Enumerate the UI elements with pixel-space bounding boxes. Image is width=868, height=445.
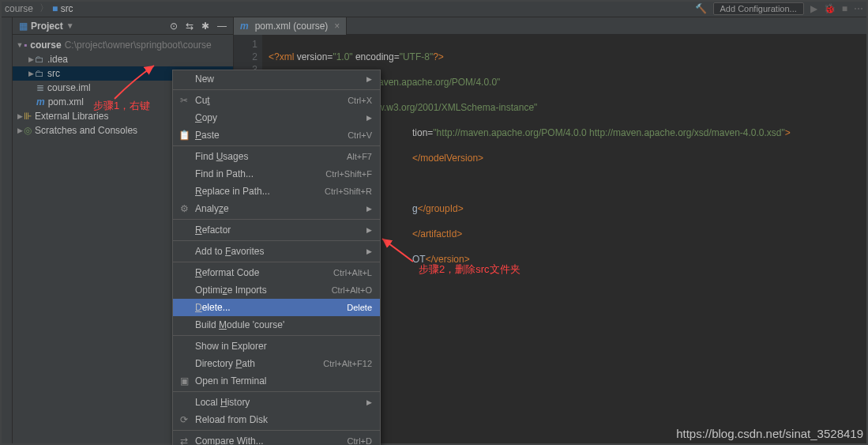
menu-label: Reload from Disk [195, 414, 372, 425]
menu-shortcut: Ctrl+X [348, 96, 372, 105]
project-panel-header[interactable]: ▦ Project ▼ ⊙ ⇆ ✱ — [13, 17, 233, 35]
menu-item[interactable]: ⇄Compare With...Ctrl+D [173, 432, 380, 445]
submenu-icon: ▶ [366, 114, 372, 122]
build-icon[interactable]: 🔨 [695, 3, 707, 14]
menu-label: Find in Path... [195, 168, 325, 179]
breadcrumb-root[interactable]: course [5, 3, 33, 14]
menu-label: Find Usages [195, 151, 347, 162]
collapse-icon[interactable]: ⇆ [186, 21, 194, 32]
tool-sidebar[interactable] [0, 17, 13, 445]
menu-item[interactable]: Add to Favorites▶ [173, 243, 380, 260]
menu-icon: ⟳ [178, 414, 190, 425]
library-icon: ⊪ [24, 111, 32, 122]
annotation-1: 步骤1，右键 [93, 99, 150, 113]
menu-item[interactable]: Find UsagesAlt+F7 [173, 148, 380, 165]
menu-label: Directory Path [195, 358, 323, 369]
menu-item[interactable]: ▣Open in Terminal [173, 372, 380, 390]
menu-label: Copy [195, 112, 362, 123]
submenu-icon: ▶ [366, 398, 372, 406]
locate-icon[interactable]: ⊙ [170, 21, 178, 32]
add-configuration-button[interactable]: Add Configuration... [713, 2, 804, 15]
hide-icon[interactable]: — [217, 21, 227, 32]
panel-title: Project [31, 21, 63, 32]
menu-label: Optimize Imports [195, 285, 332, 296]
stop-icon[interactable]: ■ [842, 3, 847, 14]
menu-label: Cut [195, 95, 348, 106]
menu-item[interactable]: Reformat CodeCtrl+Alt+L [173, 264, 380, 281]
close-icon[interactable]: × [334, 21, 340, 32]
menu-item[interactable]: 📋PasteCtrl+V [173, 126, 380, 144]
more-icon[interactable]: ⋯ [854, 3, 863, 14]
maven-icon: m [240, 21, 249, 32]
menu-label: New [195, 74, 362, 85]
submenu-icon: ▶ [366, 205, 372, 213]
breadcrumb-bar: course 〉 ■ src 🔨 Add Configuration... ▶ … [0, 0, 868, 17]
menu-shortcut: Alt+F7 [347, 152, 372, 161]
menu-label: Local History [195, 397, 362, 408]
breadcrumb-sep: 〉 [39, 2, 49, 15]
menu-item[interactable]: Find in Path...Ctrl+Shift+F [173, 165, 380, 183]
menu-shortcut: Ctrl+Alt+L [333, 268, 372, 277]
menu-icon: ✂ [178, 95, 190, 106]
menu-shortcut: Ctrl+D [348, 436, 372, 445]
menu-label: Open in Terminal [195, 375, 372, 387]
context-menu: New▶✂CutCtrl+XCopy▶📋PasteCtrl+VFind Usag… [172, 70, 381, 445]
maven-icon: m [36, 96, 45, 107]
menu-label: Delete... [195, 302, 347, 313]
menu-item[interactable]: New▶ [173, 70, 380, 88]
panel-dropdown-icon[interactable]: ▼ [66, 21, 74, 30]
tree-root[interactable]: ▼ ▪ course C:\project\owner\springboot\c… [13, 38, 233, 52]
menu-item[interactable]: Local History▶ [173, 394, 380, 411]
menu-label: Build Module 'course' [195, 319, 372, 330]
menu-shortcut: Ctrl+Shift+F [325, 169, 372, 179]
breadcrumb-child[interactable]: ■ src [52, 3, 73, 14]
menu-icon: 📋 [178, 130, 190, 141]
tab-label: pom.xml (course) [255, 21, 329, 32]
menu-item[interactable]: ✂CutCtrl+X [173, 92, 380, 109]
menu-label: Show in Explorer [195, 341, 372, 352]
menu-shortcut: Delete [347, 303, 372, 312]
submenu-icon: ▶ [366, 247, 372, 255]
menu-label: Paste [195, 130, 348, 141]
menu-item[interactable]: ⚙Analyze▶ [173, 200, 380, 217]
submenu-icon: ▶ [366, 226, 372, 234]
folder-icon: 🗀 [35, 68, 44, 79]
menu-item[interactable]: Optimize ImportsCtrl+Alt+O [173, 281, 380, 299]
project-icon: ▦ [19, 21, 28, 32]
menu-icon: ⚙ [178, 203, 190, 214]
scratch-icon: ◎ [24, 125, 32, 136]
menu-label: Refactor [195, 224, 362, 236]
folder-icon: 🗀 [35, 54, 44, 65]
run-icon[interactable]: ▶ [810, 3, 817, 14]
menu-label: Compare With... [195, 436, 348, 445]
menu-label: Replace in Path... [195, 186, 325, 197]
menu-label: Analyze [195, 203, 362, 214]
menu-item[interactable]: Refactor▶ [173, 221, 380, 239]
menu-item[interactable]: Delete...Delete [173, 299, 380, 316]
menu-item[interactable]: Build Module 'course' [173, 316, 380, 334]
menu-shortcut: Ctrl+Alt+O [332, 285, 372, 295]
watermark: https://blog.csdn.net/sinat_3528419 [676, 427, 863, 440]
menu-item[interactable]: ⟳Reload from Disk [173, 411, 380, 428]
menu-shortcut: Ctrl+Shift+R [325, 187, 372, 196]
menu-item[interactable]: Directory PathCtrl+Alt+F12 [173, 355, 380, 372]
settings-icon[interactable]: ✱ [201, 21, 209, 32]
menu-item[interactable]: Replace in Path...Ctrl+Shift+R [173, 183, 380, 200]
menu-item[interactable]: Copy▶ [173, 109, 380, 126]
module-icon: ▪ [24, 40, 27, 51]
tree-idea[interactable]: ▶ 🗀 .idea [13, 52, 233, 66]
menu-item[interactable]: Show in Explorer [173, 338, 380, 355]
menu-shortcut: Ctrl+Alt+F12 [323, 359, 372, 368]
debug-icon[interactable]: 🐞 [824, 3, 836, 14]
menu-icon: ▣ [178, 375, 190, 387]
menu-shortcut: Ctrl+V [348, 130, 372, 140]
editor-tab-bar: m pom.xml (course) × [234, 17, 868, 35]
menu-label: Add to Favorites [195, 246, 362, 257]
editor-tab[interactable]: m pom.xml (course) × [234, 17, 347, 35]
submenu-icon: ▶ [366, 75, 372, 83]
menu-icon: ⇄ [178, 436, 190, 445]
menu-label: Reformat Code [195, 267, 333, 278]
annotation-2: 步骤2，删除src文件夹 [419, 262, 520, 277]
file-icon: ≣ [36, 82, 44, 93]
